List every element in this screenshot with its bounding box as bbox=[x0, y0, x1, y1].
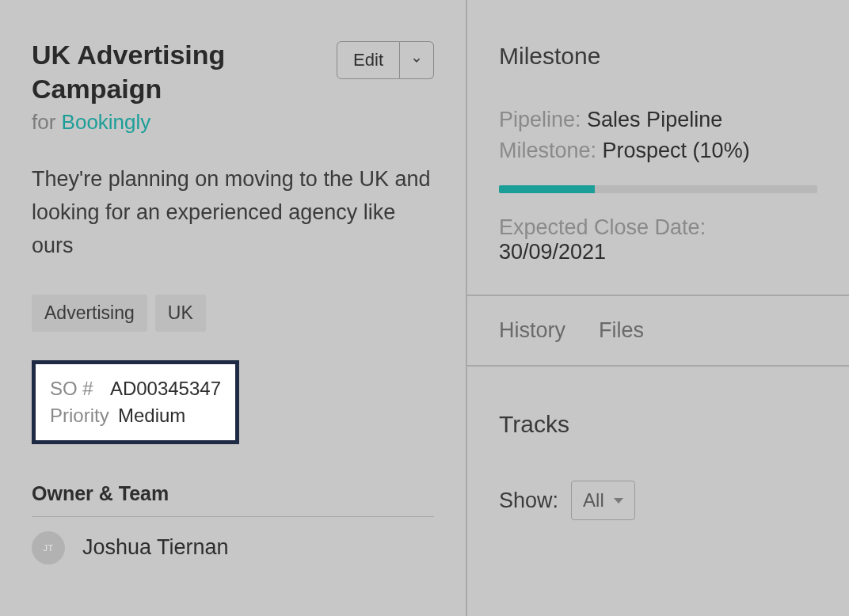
caret-down-icon bbox=[614, 498, 623, 504]
milestone-section: Milestone Pipeline: Sales Pipeline Miles… bbox=[467, 0, 849, 296]
milestone-progress bbox=[499, 185, 817, 193]
tag-list: Advertising UK bbox=[32, 295, 434, 332]
for-prefix: for bbox=[32, 110, 62, 134]
pipeline-label: Pipeline: bbox=[499, 108, 587, 131]
tracks-show-row: Show: All bbox=[499, 481, 817, 520]
deal-company-line: for Bookingly bbox=[32, 110, 434, 135]
deal-description: They're planning on moving to the UK and… bbox=[32, 163, 434, 263]
owner-team-heading: Owner & Team bbox=[32, 482, 434, 517]
pipeline-line: Pipeline: Sales Pipeline bbox=[499, 108, 817, 132]
deal-right-panel: Milestone Pipeline: Sales Pipeline Miles… bbox=[467, 0, 849, 616]
edit-dropdown-button[interactable] bbox=[400, 41, 434, 79]
highlight-box: SO # AD00345347 Priority Medium bbox=[32, 360, 239, 444]
tag-uk[interactable]: UK bbox=[155, 295, 206, 332]
tab-files[interactable]: Files bbox=[599, 318, 644, 343]
pipeline-value: Sales Pipeline bbox=[587, 108, 722, 131]
tag-advertising[interactable]: Advertising bbox=[32, 295, 147, 332]
expected-close-value: 30/09/2021 bbox=[499, 240, 606, 264]
milestone-line: Milestone: Prospect (10%) bbox=[499, 139, 817, 163]
expected-close-label: Expected Close Date: bbox=[499, 215, 706, 239]
show-select-value: All bbox=[583, 489, 604, 511]
chevron-down-icon bbox=[411, 55, 422, 66]
milestone-progress-fill bbox=[499, 185, 595, 193]
expected-close-line: Expected Close Date: 30/09/2021 bbox=[499, 215, 817, 264]
tabs-section: History Files bbox=[467, 296, 849, 367]
show-select[interactable]: All bbox=[571, 481, 635, 520]
tab-history[interactable]: History bbox=[499, 318, 565, 343]
milestone-value: Prospect (10%) bbox=[603, 139, 750, 162]
owner-avatar[interactable]: JT bbox=[32, 531, 65, 565]
milestone-heading: Milestone bbox=[499, 43, 817, 70]
edit-button-group: Edit bbox=[337, 41, 434, 79]
priority-label: Priority bbox=[50, 405, 118, 427]
deal-title: UK Advertising Campaign bbox=[32, 38, 285, 105]
owner-row: JT Joshua Tiernan bbox=[32, 531, 434, 565]
so-number-value: AD00345347 bbox=[110, 378, 221, 400]
tracks-section: Tracks Show: All bbox=[467, 367, 849, 565]
priority-value: Medium bbox=[118, 405, 185, 427]
company-link[interactable]: Bookingly bbox=[62, 110, 151, 134]
edit-button[interactable]: Edit bbox=[337, 41, 400, 79]
owner-name: Joshua Tiernan bbox=[82, 535, 229, 560]
so-number-label: SO # bbox=[50, 378, 110, 400]
milestone-label: Milestone: bbox=[499, 139, 603, 162]
show-label: Show: bbox=[499, 489, 558, 513]
deal-left-panel: UK Advertising Campaign Edit for Booking… bbox=[0, 0, 467, 616]
tracks-heading: Tracks bbox=[499, 411, 817, 438]
